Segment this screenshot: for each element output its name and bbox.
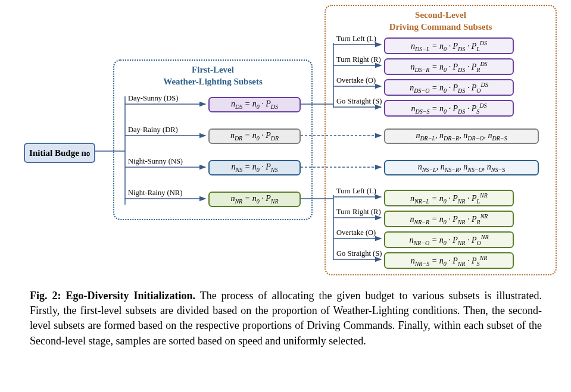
branch-label-dr: Day-Rainy (DR) [128,126,178,134]
formula-nr-o: nNR−O = n0 · PNR · PONR [409,236,488,244]
second-level-title: Second-Level Driving Command Subsets [326,10,556,33]
formula-nr-s: nNR−S = n0 · PNR · PSNR [411,256,488,265]
l2-box-nr-s: nNR−S = n0 · PNR · PSNR [384,252,514,269]
branch-label-nr: Night-Rainy (NR) [128,189,182,197]
formula-ns: nNS = n0 · PNS [232,162,278,171]
formula-dr-collapsed: nDR−L, nDR−R, nDR−O, nDR−S [416,131,507,140]
l1-box-ns: nNS = n0 · PNS [208,160,301,175]
formula-ds: nDS = n0 · PDS [231,99,278,108]
first-level-title: First-Level Weather-Lighting Subsets [114,64,311,87]
branch-label-nr-tr: Turn Right (R) [336,208,381,217]
formula-ds-l: nDS−L = n0 · PDS · PLDS [411,42,487,51]
formula-ds-o: nDS−O = n0 · PDS · PODS [410,83,488,92]
formula-ds-r: nDS−R = n0 · PDS · PRDS [410,62,487,71]
formula-nr-l: nNR−L = n0 · PNR · PLNR [410,194,488,203]
branch-label-ds-gs: Go Straight (S) [336,97,382,106]
branch-label-ns: Night-Sunny (NS) [128,157,183,166]
l1-box-ds: nDS = n0 · PDS [208,97,301,112]
branch-label-ds-tl: Turn Left (L) [336,35,376,43]
figure-caption: Fig. 2: Ego-Diversity Initialization. Th… [30,288,542,349]
first-level-title-line2: Weather-Lighting Subsets [163,77,263,86]
branch-label-ds: Day-Sunny (DS) [128,94,178,103]
branch-label-ds-ov: Overtake (O) [336,76,376,85]
l2-box-nr-r: nNR−R = n0 · PNR · PRNR [384,211,514,227]
branch-label-nr-gs: Go Straight (S) [336,249,382,258]
l2-box-nr-o: nNR−O = n0 · PNR · PONR [384,231,514,248]
formula-dr: nDR = n0 · PDR [230,131,279,140]
l2-box-ds-r: nDS−R = n0 · PDS · PRDS [384,58,514,75]
formula-nr: nNR = n0 · PNR [230,194,278,203]
l2-box-ds-s: nDS−S = n0 · PDS · PSDS [384,100,514,117]
l2-box-dr: nDR−L, nDR−R, nDR−O, nDR−S [384,128,539,144]
branch-label-nr-ov: Overtake (O) [336,228,376,237]
branch-label-ds-tr: Turn Right (R) [336,55,381,64]
l2-box-ds-l: nDS−L = n0 · PDS · PLDS [384,37,514,54]
branch-label-nr-tl: Turn Left (L) [336,187,376,196]
l2-box-ds-o: nDS−O = n0 · PDS · PODS [384,79,514,96]
l2-box-ns: nNS−L, nNS−R, nNS−O, nNS−S [384,160,539,175]
initial-budget-text: Initial Budge n₀ [29,148,90,158]
second-level-title-line1: Second-Level [415,10,466,20]
caption-title: Fig. 2: Ego-Diversity Initialization. [30,290,195,302]
formula-nr-r: nNR−R = n0 · PNR · PRNR [410,215,488,224]
initial-budget-box: Initial Budge n₀ [24,143,95,163]
l1-box-dr: nDR = n0 · PDR [208,128,301,144]
l1-box-nr: nNR = n0 · PNR [208,192,301,207]
second-level-title-line2: Driving Command Subsets [389,22,492,32]
l2-box-nr-l: nNR−L = n0 · PNR · PLNR [384,190,514,206]
formula-ns-collapsed: nNS−L, nNS−R, nNS−O, nNS−S [418,162,506,171]
formula-ds-s: nDS−S = n0 · PDS · PSDS [411,104,486,113]
first-level-title-line1: First-Level [192,65,234,74]
